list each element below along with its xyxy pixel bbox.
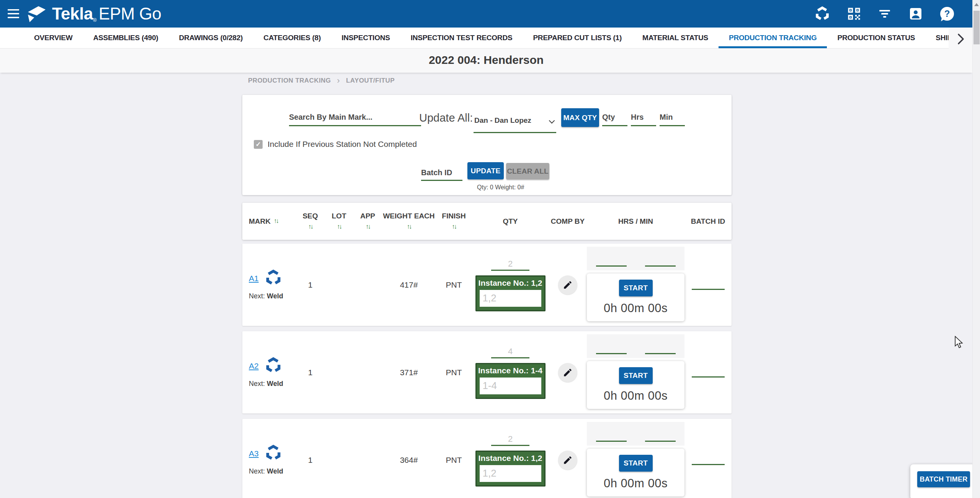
tab[interactable]: DRAWINGS (0/282) xyxy=(168,28,253,48)
tab[interactable]: INSPECTION TEST RECORDS xyxy=(400,28,523,48)
qty-input[interactable] xyxy=(602,109,627,126)
column-header[interactable]: HRS / MIN ↑↓ xyxy=(587,216,684,226)
timer-card: START 0h 00m 00s xyxy=(587,361,684,409)
mark-link[interactable]: A2 xyxy=(249,361,259,371)
row-qty-input[interactable] xyxy=(491,434,529,446)
sort-icon: ↑↓ xyxy=(407,223,411,231)
column-header[interactable]: QTY ↑↓ xyxy=(472,216,549,226)
timer-card: START 0h 00m 00s xyxy=(587,449,684,496)
instance-number-input[interactable] xyxy=(480,465,541,482)
hrs-min-inputs xyxy=(587,247,684,270)
hrs-min-cell: START 0h 00m 00s xyxy=(587,244,684,326)
mark-link[interactable]: A3 xyxy=(249,449,259,458)
instance-number-input[interactable] xyxy=(480,378,541,394)
batch-timer-card: BATCH TIMER xyxy=(910,464,977,498)
column-header[interactable]: SEQ ↑↓ xyxy=(296,211,325,231)
tab[interactable]: OVERVIEW xyxy=(24,28,83,48)
tab[interactable]: PREPARED CUT LISTS (1) xyxy=(523,28,632,48)
tekla-model-icon[interactable] xyxy=(265,357,282,375)
search-input[interactable] xyxy=(289,109,421,126)
row-min-input[interactable] xyxy=(645,257,676,267)
timer-card: START 0h 00m 00s xyxy=(587,273,684,321)
tekla-hex-icon[interactable] xyxy=(815,6,830,21)
scrollbar[interactable] xyxy=(972,0,980,498)
tab-bar: OVERVIEW ASSEMBLIES (490) DRAWINGS (0/28… xyxy=(0,28,949,49)
update-button[interactable]: UPDATE xyxy=(467,162,504,179)
tekla-model-icon[interactable] xyxy=(265,269,282,288)
column-header[interactable]: WEIGHT EACH ↑↓ xyxy=(382,211,436,231)
next-station: Next: Weld xyxy=(249,467,296,475)
scrollbar-up-icon[interactable] xyxy=(974,3,979,6)
table-row: A1 Next: Weld 1 417# PNT Instance No.: 1… xyxy=(242,244,732,326)
pencil-icon xyxy=(563,455,573,465)
hrs-input[interactable] xyxy=(631,109,656,126)
row-batch-id-input[interactable] xyxy=(692,280,725,290)
batch-timer-button[interactable]: BATCH TIMER xyxy=(917,471,970,487)
sort-icon: ↑↓ xyxy=(452,223,456,231)
sort-icon: ↑↓ xyxy=(308,223,312,231)
column-header[interactable]: BATCH ID ↑↓ xyxy=(684,216,732,226)
tab[interactable]: ASSEMBLIES (490) xyxy=(83,28,168,48)
sort-icon: ↑↓ xyxy=(274,217,278,226)
tab[interactable]: INSPECTIONS xyxy=(331,28,400,48)
update-all-label: Update All: xyxy=(419,112,473,124)
menu-icon[interactable] xyxy=(0,9,27,19)
seq-cell: 1 xyxy=(296,280,325,290)
employee-select[interactable]: Dan - Dan Lopez xyxy=(474,112,556,133)
mark-cell: A3 Next: Weld xyxy=(242,444,296,475)
instance-number-label: Instance No.: 1,2 xyxy=(477,277,544,290)
row-batch-id-input[interactable] xyxy=(692,455,725,465)
row-hrs-input[interactable] xyxy=(596,432,627,442)
help-icon[interactable]: ? xyxy=(940,7,954,21)
instance-number-box: Instance No.: 1-4 xyxy=(475,363,546,399)
update-form-card: Update All: Dan - Dan Lopez MAX QTY ✓ In… xyxy=(242,95,732,195)
column-header[interactable]: COMP BY ↑↓ xyxy=(549,216,587,226)
edit-comp-by-button[interactable] xyxy=(558,363,577,382)
edit-comp-by-button[interactable] xyxy=(558,451,577,470)
batch-id-input[interactable] xyxy=(421,166,462,181)
instance-number-input[interactable] xyxy=(480,290,541,307)
weight-each-cell: 364# xyxy=(382,456,436,465)
column-header[interactable]: MARK ↑↓ xyxy=(242,216,296,226)
column-header[interactable]: APP ↑↓ xyxy=(353,211,382,231)
row-qty-input[interactable] xyxy=(491,346,529,358)
row-hrs-input[interactable] xyxy=(596,344,627,354)
breadcrumb-production-tracking[interactable]: PRODUCTION TRACKING xyxy=(248,77,331,85)
tab[interactable]: MATERIAL STATUS xyxy=(632,28,719,48)
weight-each-cell: 417# xyxy=(382,280,436,290)
qr-code-icon[interactable] xyxy=(848,7,861,20)
column-header[interactable]: FINISH ↑↓ xyxy=(436,211,472,231)
row-qty-input[interactable] xyxy=(491,259,529,271)
tekla-model-icon[interactable] xyxy=(265,444,282,463)
min-input[interactable] xyxy=(660,109,685,126)
mark-link[interactable]: A1 xyxy=(249,274,259,283)
instance-number-box: Instance No.: 1,2 xyxy=(475,451,546,487)
timer-display: 0h 00m 00s xyxy=(604,301,668,315)
tab[interactable]: PRODUCTION STATUS xyxy=(827,28,925,48)
hrs-min-cell: START 0h 00m 00s xyxy=(587,331,684,413)
edit-comp-by-button[interactable] xyxy=(558,275,577,295)
start-button[interactable]: START xyxy=(619,280,653,296)
account-icon[interactable] xyxy=(909,7,923,21)
filter-icon[interactable] xyxy=(878,9,891,18)
clear-all-button[interactable]: CLEAR ALL xyxy=(506,163,549,179)
row-min-input[interactable] xyxy=(645,432,676,442)
row-min-input[interactable] xyxy=(645,344,676,354)
instance-number-label: Instance No.: 1-4 xyxy=(477,364,544,378)
tab[interactable]: CATEGORIES (8) xyxy=(253,28,331,48)
tabs-scroll-right-icon[interactable] xyxy=(953,31,969,47)
start-button[interactable]: START xyxy=(619,455,653,472)
tab[interactable]: SHIPPING STATUS xyxy=(925,28,949,48)
table-header-row: MARK ↑↓ SEQ ↑↓ LOT ↑↓ APP ↑↓ WEIGHT EACH… xyxy=(242,203,732,240)
row-hrs-input[interactable] xyxy=(596,257,627,267)
batch-id-cell xyxy=(684,368,732,378)
column-header[interactable]: LOT ↑↓ xyxy=(325,211,353,231)
row-batch-id-input[interactable] xyxy=(692,368,725,378)
max-qty-button[interactable]: MAX QTY xyxy=(561,108,599,127)
include-previous-station-checkbox[interactable]: ✓ xyxy=(254,140,263,149)
instance-number-box: Instance No.: 1,2 xyxy=(475,275,546,311)
breadcrumb-layout-fitup: LAYOUT/FITUP xyxy=(346,77,395,85)
start-button[interactable]: START xyxy=(619,367,653,384)
tab[interactable]: PRODUCTION TRACKING xyxy=(719,28,827,48)
scrollbar-thumb[interactable] xyxy=(973,11,980,44)
